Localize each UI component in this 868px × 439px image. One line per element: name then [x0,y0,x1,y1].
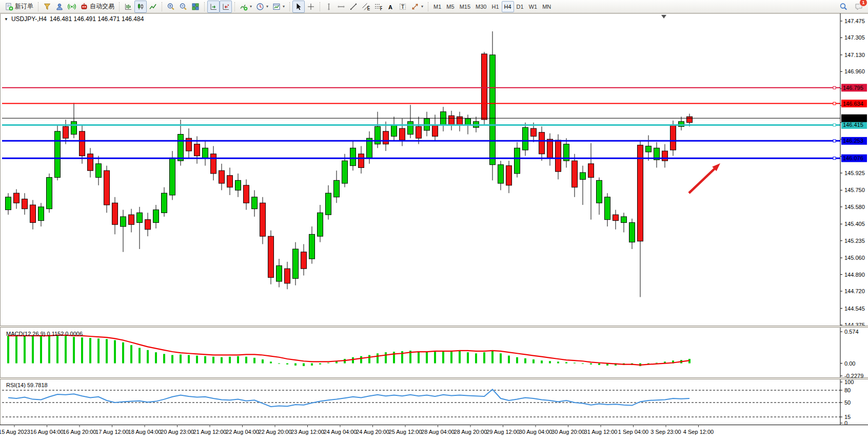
toolbar-button-bar-chart-mode[interactable] [122,1,134,13]
chart-candle-icon [136,3,145,11]
chart-window[interactable]: 147.475147.305147.130146.960146.785146.6… [0,13,868,439]
svg-text:144.890: 144.890 [844,272,865,278]
toolbar-button-signals[interactable] [66,1,78,13]
line-handle[interactable] [833,140,836,142]
chart-line-icon [149,3,157,11]
toolbar-right-group: 1 [837,1,865,13]
svg-text:15: 15 [844,414,851,420]
dropdown-caret-icon: ▾ [283,4,285,9]
clock-icon [256,3,264,11]
toolbar-button-chart-shift[interactable] [220,1,232,13]
svg-text:16 Aug 20:00: 16 Aug 20:00 [63,429,96,435]
svg-text:31 Aug 12:00: 31 Aug 12:00 [584,429,618,435]
toolbar-button-search[interactable] [837,1,850,13]
search-icon [839,3,847,11]
svg-text:0: 0 [844,420,847,426]
svg-text:15 Aug 2023: 15 Aug 2023 [0,429,30,435]
dropdown-caret-icon: ▾ [421,4,423,9]
toolbar-button-arrows[interactable]: ▾ [409,1,425,13]
toolbar-button-horizontal-line[interactable] [335,1,347,13]
toolbar-button-tile-windows[interactable] [189,1,202,13]
toolbar-separator [204,2,205,11]
toolbar-button-line-chart-mode[interactable] [147,1,159,13]
funnel-icon [43,3,51,11]
svg-text:20 Aug 23:00: 20 Aug 23:00 [161,429,194,435]
macd-panel-splitter[interactable] [0,326,868,328]
toolbar-button-auto-scroll[interactable] [207,1,220,13]
toolbar-button-zoom-in[interactable] [165,1,177,13]
toolbar-button-cursor[interactable] [292,1,305,13]
svg-text:147.130: 147.130 [844,52,865,58]
text-a-icon: A [386,3,394,11]
toolbar-button-indicators[interactable]: ▾ [238,1,254,13]
price-tag-146.795[interactable]: 146.795 [841,84,867,91]
timeframe-button-H1[interactable]: H1 [489,1,501,12]
timeframe-button-M1[interactable]: M1 [431,1,444,12]
autoscroll-icon [209,3,218,11]
toolbar-button-trendline[interactable] [347,1,360,13]
fibo-icon: F [374,3,382,11]
price-tag-146.415[interactable]: 146.415 [841,121,867,129]
toolbar-button-vertical-line[interactable] [323,1,335,13]
new-order-icon [5,3,13,11]
toolbar-button-templates[interactable]: ▾ [270,1,287,13]
toolbar-separator [428,2,428,11]
toolbar-button-market-watch[interactable] [41,1,53,13]
timeframe-button-M30[interactable]: M30 [473,1,489,12]
svg-text:24 Aug 04:00: 24 Aug 04:00 [324,429,357,435]
cursor-icon [294,3,303,11]
timeframe-button-H4[interactable]: H4 [502,1,514,12]
svg-text:146.960: 146.960 [844,68,865,74]
svg-text:30 Aug 20:00: 30 Aug 20:00 [551,429,585,435]
toolbar-button-periods[interactable]: ▾ [254,1,270,13]
toolbar-button-text-label[interactable]: T [397,1,409,13]
toolbar-button-profiles[interactable] [53,1,66,13]
toolbar-separator [234,2,235,11]
chart-background [0,13,868,439]
crosshair-icon [307,3,315,11]
svg-text:E: E [367,5,370,11]
zoom-out-icon [179,3,187,11]
timeframe-button-W1[interactable]: W1 [526,1,540,12]
timeframe-button-D1[interactable]: D1 [514,1,526,12]
toolbar-button-fibonacci-retracement[interactable]: F [372,1,384,13]
svg-text:22 Aug 04:00: 22 Aug 04:00 [226,429,259,435]
rsi-panel-splitter[interactable] [0,377,868,379]
line-handle[interactable] [833,86,836,89]
line-handle[interactable] [833,124,836,126]
toolbar-separator [320,2,320,11]
toolbar-button-equidistant-channel[interactable]: E [360,1,372,13]
main-toolbar: 新订单自动交易▾▾▾EFAT▾M1M5M15M30H1H4D1W1MN1 [0,0,868,13]
toolbar-button-text[interactable]: A [384,1,397,13]
tile-windows-icon [191,3,200,11]
toolbar-button-zoom-out[interactable] [177,1,189,13]
svg-text:4 Sep 12:00: 4 Sep 12:00 [683,429,714,435]
price-tag-146.253[interactable]: 146.253 [841,137,867,145]
price-tag-146.076[interactable]: 146.076 [841,155,867,162]
line-handle[interactable] [833,157,836,160]
svg-text:145.750: 145.750 [844,187,865,193]
svg-text:145.925: 145.925 [844,170,865,176]
timeframe-button-M15[interactable]: M15 [457,1,473,12]
toolbar-button-chat[interactable]: 1 [853,1,865,13]
timeframe-button-MN[interactable]: MN [540,1,554,12]
svg-text:1 Sep 04:00: 1 Sep 04:00 [618,429,648,435]
svg-text:50: 50 [844,399,851,406]
price-tag-146.634[interactable]: 146.634 [841,100,867,107]
svg-text:3 Sep 23:00: 3 Sep 23:00 [650,429,681,435]
svg-text:30 Aug 04:00: 30 Aug 04:00 [519,429,553,435]
current-price-tag[interactable]: 146.484 [841,114,867,122]
line-handle[interactable] [833,102,836,105]
toolbar-button-auto-trading[interactable]: 自动交易 [78,1,116,13]
chart-canvas[interactable]: 147.475147.305147.130146.960146.785146.6… [0,13,868,439]
timeframe-button-M5[interactable]: M5 [444,1,457,12]
toolbar-button-label: 自动交易 [90,2,114,11]
svg-text:24 Aug 20:00: 24 Aug 20:00 [356,429,389,435]
svg-text:144.545: 144.545 [844,306,865,312]
signal-icon [68,3,76,11]
toolbar-button-crosshair[interactable] [305,1,317,13]
toolbar-button-candlestick-mode[interactable] [134,1,147,13]
svg-text:145.060: 145.060 [844,255,865,261]
notification-badge: 1 [859,0,867,7]
toolbar-button-new-order[interactable]: 新订单 [3,1,35,13]
